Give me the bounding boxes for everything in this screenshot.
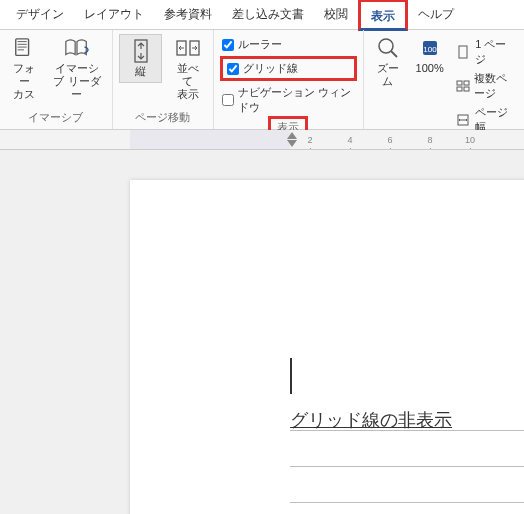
zoom-icon bbox=[374, 36, 402, 60]
text-cursor bbox=[290, 358, 292, 394]
vertical-label: 縦 bbox=[135, 65, 146, 78]
hundred-label: 100% bbox=[416, 62, 444, 75]
group-page-move-label: ページ移動 bbox=[135, 108, 190, 127]
multi-page-icon bbox=[456, 78, 470, 94]
svg-text:100: 100 bbox=[423, 45, 437, 54]
ruler-checkbox-label: ルーラー bbox=[238, 37, 282, 52]
gridline bbox=[290, 467, 524, 503]
ruler-tick: 2 bbox=[290, 135, 330, 145]
tab-review[interactable]: 校閲 bbox=[314, 0, 358, 29]
focus-label: フォー カス bbox=[10, 62, 38, 102]
side-by-side-label: 並べて 表示 bbox=[172, 62, 202, 102]
focus-mode-button[interactable]: フォー カス bbox=[6, 34, 42, 104]
svg-rect-8 bbox=[457, 81, 462, 85]
gridlines-checkbox[interactable]: グリッド線 bbox=[220, 56, 357, 81]
zoom-button[interactable]: ズーム bbox=[370, 34, 406, 90]
side-by-side-button[interactable]: 並べて 表示 bbox=[168, 34, 206, 104]
horizontal-ruler[interactable]: 2 4 6 8 10 bbox=[0, 130, 524, 150]
group-immersive-label: イマーシブ bbox=[28, 108, 83, 127]
focus-icon bbox=[10, 36, 38, 60]
ruler-tick: 6 bbox=[370, 135, 410, 145]
vertical-page-button[interactable]: 縦 bbox=[119, 34, 163, 83]
multi-page-button[interactable]: 複数ページ bbox=[454, 70, 518, 102]
multi-page-label: 複数ページ bbox=[474, 71, 516, 101]
side-by-side-icon bbox=[174, 36, 202, 60]
gridlines-checkbox-input[interactable] bbox=[227, 63, 239, 75]
navpane-checkbox-input[interactable] bbox=[222, 94, 234, 106]
tab-references[interactable]: 参考資料 bbox=[154, 0, 222, 29]
svg-rect-7 bbox=[459, 46, 467, 58]
hundred-percent-button[interactable]: 100 100% bbox=[412, 34, 448, 77]
one-page-label: 1 ページ bbox=[475, 37, 516, 67]
ribbon-tab-bar: デザイン レイアウト 参考資料 差し込み文書 校閲 表示 ヘルプ bbox=[0, 0, 524, 30]
svg-rect-10 bbox=[457, 87, 462, 91]
navpane-checkbox[interactable]: ナビゲーション ウィンドウ bbox=[220, 84, 357, 116]
ruler-tick: 4 bbox=[330, 135, 370, 145]
tab-view[interactable]: 表示 bbox=[358, 0, 408, 31]
gridline bbox=[290, 431, 524, 467]
one-page-button[interactable]: 1 ページ bbox=[454, 36, 518, 68]
ruler-margin bbox=[130, 130, 290, 149]
group-immersive: フォー カス イマーシ ブ リーダー イマーシブ bbox=[0, 30, 113, 129]
group-page-move: 縦 並べて 表示 ページ移動 bbox=[113, 30, 214, 129]
page[interactable]: グリッド線の非表示 bbox=[130, 180, 524, 514]
svg-rect-9 bbox=[464, 81, 469, 85]
one-page-icon bbox=[456, 44, 472, 60]
svg-point-4 bbox=[379, 39, 393, 53]
ruler-checkbox[interactable]: ルーラー bbox=[220, 36, 357, 53]
navpane-checkbox-label: ナビゲーション ウィンドウ bbox=[238, 85, 355, 115]
zoom-label: ズーム bbox=[374, 62, 402, 88]
group-show: ルーラー グリッド線 ナビゲーション ウィンドウ 表示 bbox=[214, 30, 364, 129]
svg-rect-11 bbox=[464, 87, 469, 91]
immersive-reader-button[interactable]: イマーシ ブ リーダー bbox=[48, 34, 106, 104]
gridline bbox=[290, 503, 524, 514]
tab-help[interactable]: ヘルプ bbox=[408, 0, 464, 29]
group-zoom: ズーム 100 100% 1 ページ bbox=[364, 30, 524, 129]
page-width-icon bbox=[456, 112, 471, 128]
ruler-checkbox-input[interactable] bbox=[222, 39, 234, 51]
document-text[interactable]: グリッド線の非表示 bbox=[290, 408, 452, 432]
ribbon: フォー カス イマーシ ブ リーダー イマーシブ 縦 bbox=[0, 30, 524, 130]
tab-mailings[interactable]: 差し込み文書 bbox=[222, 0, 314, 29]
reader-icon bbox=[63, 36, 91, 60]
tab-layout[interactable]: レイアウト bbox=[74, 0, 154, 29]
vertical-icon bbox=[127, 39, 155, 63]
ruler-tick: 10 bbox=[450, 135, 490, 145]
ruler-tick: 8 bbox=[410, 135, 450, 145]
reader-label: イマーシ ブ リーダー bbox=[52, 62, 102, 102]
tab-design[interactable]: デザイン bbox=[6, 0, 74, 29]
document-area: グリッド線の非表示 bbox=[0, 150, 524, 514]
hundred-icon: 100 bbox=[416, 36, 444, 60]
gridlines-checkbox-label: グリッド線 bbox=[243, 61, 298, 76]
